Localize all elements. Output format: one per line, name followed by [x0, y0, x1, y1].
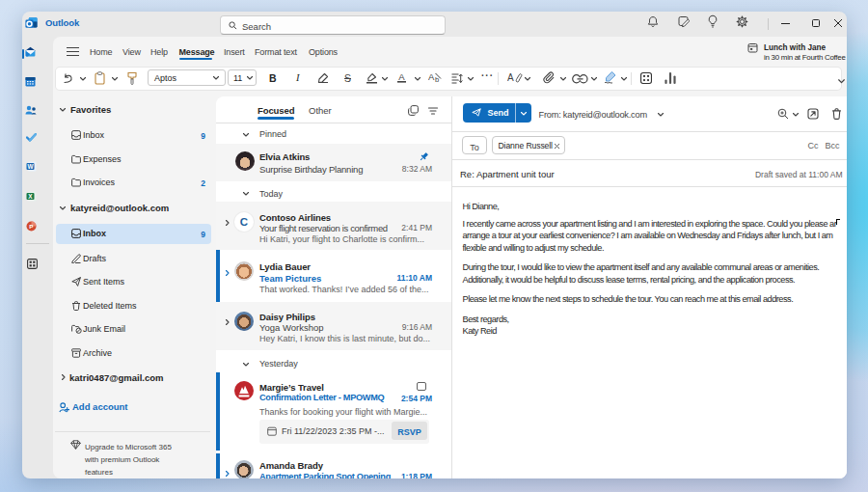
- svg-text:A: A: [507, 72, 514, 83]
- svg-text:W: W: [27, 163, 34, 170]
- svg-text:A: A: [428, 71, 435, 82]
- svg-text:P: P: [29, 223, 33, 230]
- svg-text:A: A: [398, 71, 405, 82]
- svg-text:X: X: [28, 193, 33, 200]
